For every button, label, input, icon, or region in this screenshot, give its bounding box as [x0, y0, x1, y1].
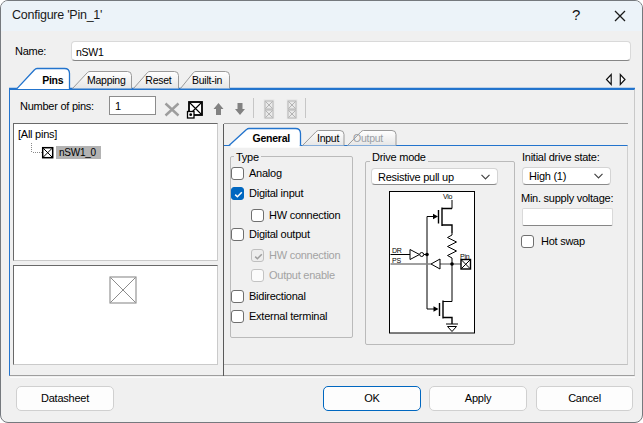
svg-text:Reset: Reset — [145, 74, 172, 86]
svg-text:Output: Output — [353, 132, 383, 144]
svg-text:PS: PS — [392, 257, 401, 264]
svg-text:Vio: Vio — [443, 193, 453, 200]
svg-text:General: General — [253, 132, 291, 144]
svg-text:Built-in: Built-in — [192, 74, 223, 86]
svg-text:Mapping: Mapping — [87, 74, 126, 86]
svg-text:DR: DR — [392, 247, 402, 254]
svg-text:Pins: Pins — [42, 74, 64, 86]
svg-text:Input: Input — [317, 132, 339, 144]
